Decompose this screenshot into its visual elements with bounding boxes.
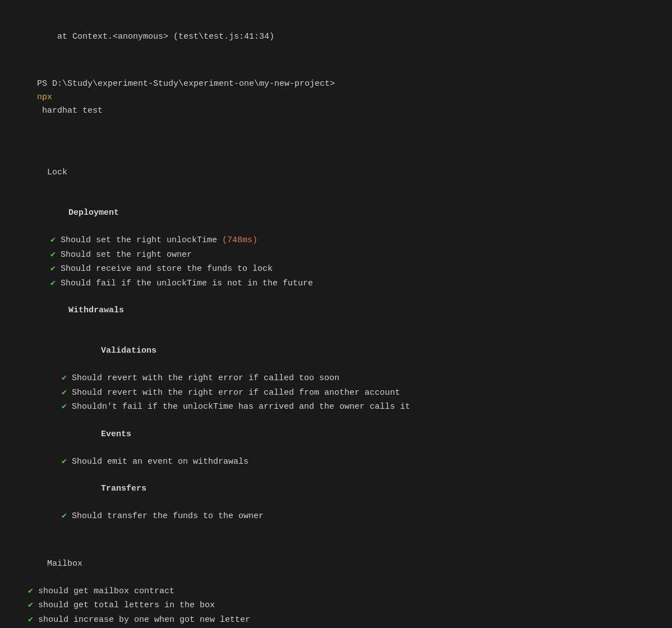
- test-row: ✔ Should revert with the right error if …: [62, 386, 655, 400]
- withdrawals-label: Withdrawals: [28, 290, 655, 331]
- validations-section: Validations ✔ Should revert with the rig…: [28, 331, 655, 414]
- checkmark: ✔: [62, 371, 67, 386]
- test-row: ✔ Should fail if the unlockTime is not i…: [50, 276, 655, 291]
- test-text: Should receive and store the funds to lo…: [56, 262, 273, 276]
- test-row: ✔ should get total letters in the box: [28, 598, 655, 613]
- checkmark: ✔: [28, 584, 33, 599]
- command-npx: npx: [37, 93, 52, 102]
- mailbox-section: Mailbox ✔ should get mailbox contract ✔ …: [17, 544, 655, 629]
- test-row: ✔ should get mailbox contract: [28, 584, 655, 599]
- test-row: ✔ should increase by one when got new le…: [28, 613, 655, 627]
- withdrawals-section: Withdrawals Validations ✔ Should revert …: [17, 290, 655, 524]
- lock-section: Lock Deployment ✔ Should set the right u…: [17, 153, 655, 524]
- mailbox-tests: ✔ should get mailbox contract ✔ should g…: [17, 584, 655, 629]
- prompt-path-1: PS D:\Study\experiment-Study\experiment-…: [37, 79, 335, 89]
- test-row: ✔ Should transfer the funds to the owner: [62, 509, 655, 524]
- test-text: should get mailbox contract: [33, 584, 174, 599]
- test-text: Should set the right unlockTime: [56, 233, 222, 248]
- deployment-section: Deployment ✔ Should set the right unlock…: [17, 193, 655, 290]
- events-label: Events: [50, 414, 655, 455]
- checkmark: ✔: [50, 276, 56, 291]
- checkmark: ✔: [62, 509, 67, 524]
- checkmark: ✔: [28, 598, 33, 613]
- checkmark: ✔: [50, 248, 56, 262]
- lock-title: Lock: [17, 153, 655, 193]
- test-row: ✔ Should receive and store the funds to …: [50, 262, 655, 276]
- checkmark: ✔: [50, 233, 56, 248]
- deployment-tests: ✔ Should set the right unlockTime (748ms…: [28, 233, 655, 290]
- transfers-tests: ✔ Should transfer the funds to the owner: [50, 509, 655, 524]
- test-timing: (748ms): [222, 233, 257, 248]
- events-section: Events ✔ Should emit an event on withdra…: [28, 414, 655, 469]
- test-text: Should fail if the unlockTime is not in …: [56, 276, 313, 291]
- test-text: Should revert with the right error if ca…: [67, 386, 400, 400]
- checkmark: ✔: [50, 262, 56, 276]
- transfers-section: Transfers ✔ Should transfer the funds to…: [28, 469, 655, 524]
- test-row: ✔ Should revert with the right error if …: [62, 371, 655, 386]
- validations-label: Validations: [50, 331, 655, 371]
- test-row: ✔ Should emit an event on withdrawals: [62, 455, 655, 469]
- checkmark: ✔: [62, 455, 67, 469]
- events-tests: ✔ Should emit an event on withdrawals: [50, 455, 655, 469]
- test-row: ✔ Should set the right owner: [50, 248, 655, 262]
- test-text: Should emit an event on withdrawals: [67, 455, 248, 469]
- terminal-container: at Context.<anonymous> (test\test.js:41:…: [17, 17, 655, 628]
- mailbox-title: Mailbox: [17, 544, 655, 584]
- command-prompt-1: PS D:\Study\experiment-Study\experiment-…: [17, 64, 655, 131]
- test-row: ✔ Shouldn't fail if the unlockTime has a…: [62, 400, 655, 414]
- transfers-label: Transfers: [50, 469, 655, 509]
- test-text: should get total letters in the box: [33, 598, 215, 613]
- test-text: Should transfer the funds to the owner: [67, 509, 264, 524]
- test-text: Shouldn't fail if the unlockTime has arr…: [67, 400, 410, 414]
- context-line: at Context.<anonymous> (test\test.js:41:…: [17, 17, 655, 57]
- test-text: Should revert with the right error if ca…: [67, 371, 339, 386]
- checkmark: ✔: [62, 386, 67, 400]
- checkmark: ✔: [62, 400, 67, 414]
- test-text: should increase by one when got new lett…: [33, 613, 250, 627]
- command-rest: hardhat test: [37, 106, 103, 116]
- validations-tests: ✔ Should revert with the right error if …: [50, 371, 655, 414]
- checkmark: ✔: [28, 613, 33, 627]
- context-text: at Context.<anonymous> (test\test.js:41:…: [37, 32, 274, 41]
- test-text: Should set the right owner: [56, 248, 192, 262]
- test-row: ✔ Should set the right unlockTime (748ms…: [50, 233, 655, 248]
- deployment-label: Deployment: [28, 193, 655, 233]
